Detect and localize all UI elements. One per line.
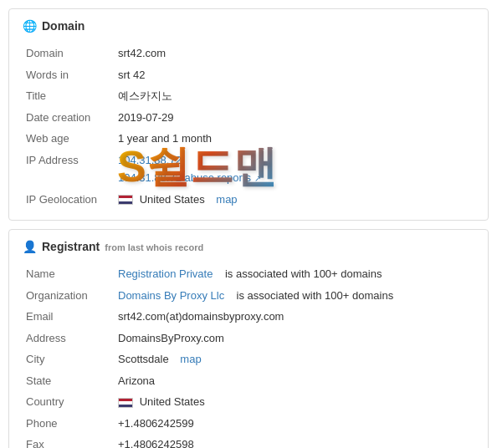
address-label: Address — [23, 328, 115, 349]
email-label: Email — [23, 306, 115, 328]
table-row: Date creation 2019-07-29 — [23, 107, 474, 129]
name-link[interactable]: Registration Private — [118, 267, 213, 280]
country-value: United States — [115, 391, 474, 413]
table-row: Phone +1.4806242599 — [23, 413, 474, 435]
city-label: City — [23, 349, 115, 370]
title-value: 예스카지노 — [115, 85, 474, 107]
table-row: Address DomainsByProxy.com — [23, 328, 474, 349]
phone-label: Phone — [23, 413, 115, 435]
email-value: srt42.com(at)domainsbyproxy.com — [115, 306, 474, 328]
domain-info-table: Domain srt42.com Words in srt 42 Title 예… — [23, 43, 474, 210]
table-row: City Scottsdale map — [23, 349, 474, 370]
domain-section: 🌐 Domain Domain srt42.com Words in srt 4… — [8, 8, 489, 221]
table-row: Name Registration Private is associated … — [23, 263, 474, 285]
table-row: IP Geolocation United States map — [23, 189, 474, 211]
table-row: Domain srt42.com — [23, 43, 474, 64]
state-label: State — [23, 370, 115, 392]
ip-geo-country: United States — [140, 193, 205, 206]
city-value: Scottsdale map — [115, 349, 474, 370]
address-value: DomainsByProxy.com — [115, 328, 474, 349]
table-row: Web age 1 year and 1 month — [23, 128, 474, 150]
external-icon: ↗ — [254, 174, 261, 183]
ip-geo-value: United States map — [115, 189, 474, 211]
abuse-link[interactable]: 104.31.88.72 abuse reports — [118, 171, 251, 184]
country-label: Country — [23, 391, 115, 413]
geo-map-link[interactable]: map — [216, 193, 237, 206]
registrant-icon: 👤 — [23, 240, 37, 253]
org-link[interactable]: Domains By Proxy Llc — [118, 289, 224, 302]
registrant-section-title: 👤 Registrant from last whois record — [23, 240, 474, 253]
domain-value: srt42.com — [115, 43, 474, 64]
fax-label: Fax — [23, 434, 115, 448]
name-label: Name — [23, 263, 115, 285]
table-row: State Arizona — [23, 370, 474, 392]
date-creation-value: 2019-07-29 — [115, 107, 474, 129]
table-row: Fax +1.4806242598 — [23, 434, 474, 448]
words-in-value: srt 42 — [115, 64, 474, 86]
ip-link[interactable]: 104.31.88.72 — [118, 152, 471, 169]
abuse-link-container: 104.31.88.72 abuse reports ↗ — [118, 170, 471, 186]
web-age-value: 1 year and 1 month — [115, 128, 474, 150]
us-flag-icon — [118, 195, 133, 205]
table-row: Words in srt 42 — [23, 64, 474, 86]
city-map-link[interactable]: map — [180, 353, 201, 365]
domain-section-title: 🌐 Domain — [23, 19, 474, 33]
country-flag-icon — [118, 398, 133, 408]
name-assoc: is associated with 100+ domains — [225, 267, 382, 280]
from-last-label: from last whois record — [105, 242, 203, 252]
table-row: Organization Domains By Proxy Llc is ass… — [23, 285, 474, 307]
table-row: Email srt42.com(at)domainsbyproxy.com — [23, 306, 474, 328]
table-row: IP Address 104.31.88.72 104.31.88.72 abu… — [23, 150, 474, 189]
web-age-label: Web age — [23, 128, 115, 150]
org-assoc: is associated with 100+ domains — [237, 289, 394, 302]
org-value: Domains By Proxy Llc is associated with … — [115, 285, 474, 307]
words-in-label: Words in — [23, 64, 115, 86]
city-text: Scottsdale — [118, 353, 169, 365]
table-row: Country United States — [23, 391, 474, 413]
fax-value: +1.4806242598 — [115, 434, 474, 448]
date-creation-label: Date creation — [23, 107, 115, 129]
state-value: Arizona — [115, 370, 474, 392]
country-text: United States — [140, 395, 205, 408]
title-label: Title — [23, 85, 115, 107]
org-label: Organization — [23, 285, 115, 307]
ip-geo-label: IP Geolocation — [23, 189, 115, 211]
name-value: Registration Private is associated with … — [115, 263, 474, 285]
phone-value: +1.4806242599 — [115, 413, 474, 435]
domain-icon: 🌐 — [23, 19, 37, 33]
ip-address-label: IP Address — [23, 150, 115, 189]
domain-label: Domain — [23, 43, 115, 64]
registrant-info-table: Name Registration Private is associated … — [23, 263, 474, 448]
registrant-section: 👤 Registrant from last whois record Name… — [8, 229, 489, 448]
table-row: Title 예스카지노 — [23, 85, 474, 107]
ip-address-value: 104.31.88.72 104.31.88.72 abuse reports … — [115, 150, 474, 189]
